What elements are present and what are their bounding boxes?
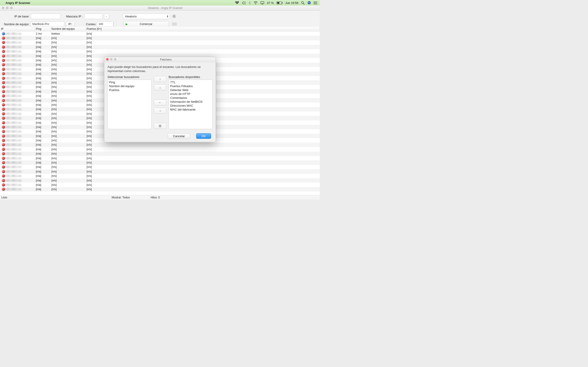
ok-button[interactable]: OK	[196, 133, 211, 139]
list-item[interactable]: Puertos	[108, 88, 151, 92]
cancel-button[interactable]: Cancelar	[168, 133, 190, 139]
svg-line-33	[161, 127, 161, 127]
selected-listbox[interactable]: PingNombre del equipoPuertos	[107, 80, 152, 129]
list-item[interactable]: Detectar Web	[169, 88, 212, 92]
dialog-description: Aquí puede elegir los buscadores para el…	[107, 65, 212, 73]
available-label: Buscadores disponibles	[169, 75, 213, 79]
arrow-up-icon: ↑	[159, 77, 161, 81]
svg-line-34	[159, 127, 159, 127]
move-up-button[interactable]: ↑	[154, 76, 166, 82]
list-item[interactable]: Comentarios	[169, 96, 212, 100]
arrow-left-icon: ←	[158, 101, 162, 104]
list-item[interactable]: Nombre del equipo	[108, 84, 151, 88]
list-item[interactable]: Direcciones MAC	[169, 104, 212, 108]
dialog-title: Fetchers	[118, 58, 214, 61]
add-button[interactable]: ←	[154, 100, 166, 106]
dialog-titlebar: Fetchers	[104, 57, 216, 62]
list-item[interactable]: envío de HTTP	[169, 92, 212, 96]
list-item[interactable]: TTL	[169, 80, 212, 84]
list-item[interactable]: Ping	[108, 80, 151, 84]
minimize-icon	[110, 58, 112, 60]
gear-icon	[158, 124, 162, 128]
arrow-right-icon: →	[158, 109, 162, 113]
list-item[interactable]: MAC del fabricante	[169, 108, 212, 111]
arrow-down-icon: ↓	[159, 85, 161, 89]
close-icon[interactable]	[106, 58, 109, 60]
svg-line-35	[161, 125, 161, 125]
zoom-icon	[114, 58, 116, 60]
list-item[interactable]: Información de NetBIOS	[169, 100, 212, 104]
modal-overlay: Fetchers Aquí puede elegir los buscadore…	[0, 0, 320, 200]
fetchers-dialog: Fetchers Aquí puede elegir los buscadore…	[104, 57, 216, 142]
svg-point-27	[159, 125, 161, 126]
move-down-button[interactable]: ↓	[154, 84, 166, 90]
available-listbox[interactable]: TTLPuertos FiltradosDetectar Webenvío de…	[169, 80, 213, 129]
selected-label: Seleccionar buscadores	[107, 75, 152, 79]
fetcher-prefs-button[interactable]	[154, 123, 166, 129]
remove-button[interactable]: →	[154, 108, 166, 114]
svg-line-32	[159, 125, 159, 125]
list-item[interactable]: Puertos Filtrados	[169, 84, 212, 88]
